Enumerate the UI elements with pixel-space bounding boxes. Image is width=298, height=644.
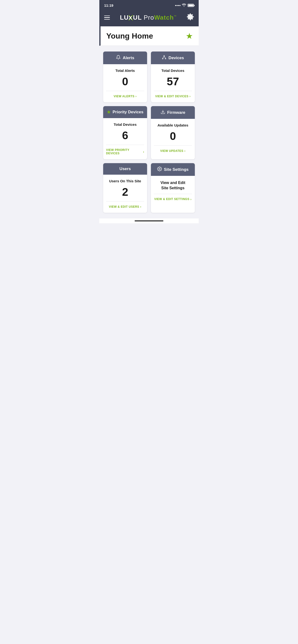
devices-card-title: Devices	[169, 56, 184, 60]
firmware-card: Firmware Available Updates 0 VIEW UPDATE…	[151, 106, 195, 159]
firmware-divider	[154, 146, 192, 146]
alerts-card: Alerts Total Alerts 0 VIEW ALERTS ›	[103, 52, 147, 102]
alerts-card-body: Total Alerts 0 VIEW ALERTS ›	[103, 64, 147, 102]
svg-text:X: X	[129, 15, 132, 21]
devices-divider	[154, 91, 192, 91]
svg-point-5	[163, 58, 163, 59]
site-settings-card-body: View and EditSite Settings VIEW & EDIT S…	[151, 176, 195, 213]
bottom-home-indicator	[99, 218, 199, 223]
view-alerts-link[interactable]: VIEW ALERTS ›	[114, 94, 137, 100]
site-settings-body-text: View and EditSite Settings	[161, 180, 186, 191]
devices-total-label: Total Devices	[162, 68, 185, 72]
site-settings-card-title: Site Settings	[164, 167, 189, 172]
favorite-icon[interactable]: ★	[186, 31, 193, 41]
view-updates-link[interactable]: VIEW UPDATES ›	[160, 148, 186, 154]
users-card-header: Users	[103, 163, 147, 175]
priority-devices-card-header: ★ Priority Devices	[103, 106, 147, 118]
view-site-settings-link[interactable]: VIEW & EDIT SETTINGS ›	[154, 196, 192, 202]
alerts-total-label: Total Alerts	[115, 68, 135, 72]
page-title-section: Young Home ★	[99, 26, 199, 46]
site-settings-divider	[154, 194, 192, 194]
logo-ul: UL	[133, 14, 143, 21]
logo-pro: Pro	[144, 14, 154, 21]
alerts-total-value: 0	[122, 75, 128, 88]
firmware-updates-label: Available Updates	[158, 123, 188, 127]
priority-chevron-icon: ›	[143, 150, 144, 154]
site-settings-gear-icon	[157, 166, 162, 172]
devices-card: Devices Total Devices 57 VIEW & EDIT DEV…	[151, 52, 195, 102]
battery-icon	[188, 4, 194, 7]
page-title: Young Home	[106, 32, 153, 40]
alerts-chevron-icon: ›	[135, 94, 137, 98]
users-card-body: Users On This Site 2 VIEW & EDIT USERS ›	[103, 175, 147, 213]
devices-icon	[162, 55, 167, 61]
svg-point-4	[164, 56, 165, 56]
firmware-card-title: Firmware	[167, 110, 186, 115]
view-users-link[interactable]: VIEW & EDIT USERS ›	[109, 204, 141, 210]
firmware-chevron-icon: ›	[184, 149, 186, 152]
devices-chevron-icon: ›	[190, 94, 191, 98]
signal-dots-icon	[175, 5, 181, 6]
svg-point-3	[118, 56, 119, 56]
bell-icon	[116, 55, 121, 61]
status-bar: 11:19	[99, 0, 199, 10]
devices-card-body: Total Devices 57 VIEW & EDIT DEVICES ›	[151, 64, 195, 102]
priority-star-icon: ★	[107, 110, 111, 115]
dashboard-grid: Alerts Total Alerts 0 VIEW ALERTS ›	[99, 46, 199, 218]
svg-point-10	[159, 168, 160, 170]
site-settings-card-header: Site Settings	[151, 163, 195, 176]
firmware-updates-value: 0	[170, 130, 176, 142]
alerts-card-title: Alerts	[123, 56, 134, 60]
hamburger-menu-button[interactable]	[104, 16, 110, 20]
logo-lu: LU	[120, 14, 129, 21]
app-header: LU X UL ProWatch™	[99, 10, 199, 26]
priority-devices-divider	[106, 145, 144, 145]
svg-point-6	[165, 58, 166, 59]
users-card: Users Users On This Site 2 VIEW & EDIT U…	[103, 163, 147, 213]
view-priority-devices-link[interactable]: VIEW PRIORITY DEVICES ›	[106, 147, 144, 156]
users-chevron-icon: ›	[140, 205, 141, 208]
priority-devices-card-body: Total Devices 6 VIEW PRIORITY DEVICES ›	[103, 118, 147, 159]
devices-total-value: 57	[167, 75, 179, 88]
logo-watch: Watch	[154, 14, 174, 21]
firmware-download-icon	[161, 110, 165, 116]
site-settings-card: Site Settings View and EditSite Settings…	[151, 163, 195, 213]
users-divider	[106, 201, 144, 202]
site-settings-chevron-icon: ›	[190, 198, 192, 201]
alerts-divider	[106, 91, 144, 91]
priority-devices-total-value: 6	[122, 129, 128, 142]
svg-line-8	[164, 56, 166, 58]
users-card-title: Users	[119, 166, 131, 171]
priority-devices-card-title: Priority Devices	[112, 110, 143, 114]
status-icons	[175, 3, 194, 8]
priority-devices-card: ★ Priority Devices Total Devices 6 VIEW …	[103, 106, 147, 159]
firmware-card-body: Available Updates 0 VIEW UPDATES ›	[151, 119, 195, 159]
priority-devices-total-label: Total Devices	[114, 122, 137, 126]
settings-button[interactable]	[187, 13, 194, 22]
svg-line-7	[163, 56, 164, 58]
users-on-site-label: Users On This Site	[109, 179, 141, 183]
status-time: 11:19	[104, 3, 113, 8]
wifi-icon	[182, 3, 186, 8]
app-logo: LU X UL ProWatch™	[120, 14, 177, 21]
users-on-site-value: 2	[122, 186, 128, 198]
view-devices-link[interactable]: VIEW & EDIT DEVICES ›	[155, 94, 191, 100]
firmware-card-header: Firmware	[151, 106, 195, 119]
alerts-card-header: Alerts	[103, 52, 147, 64]
devices-card-header: Devices	[151, 52, 195, 64]
logo-x-icon: X	[129, 14, 133, 21]
